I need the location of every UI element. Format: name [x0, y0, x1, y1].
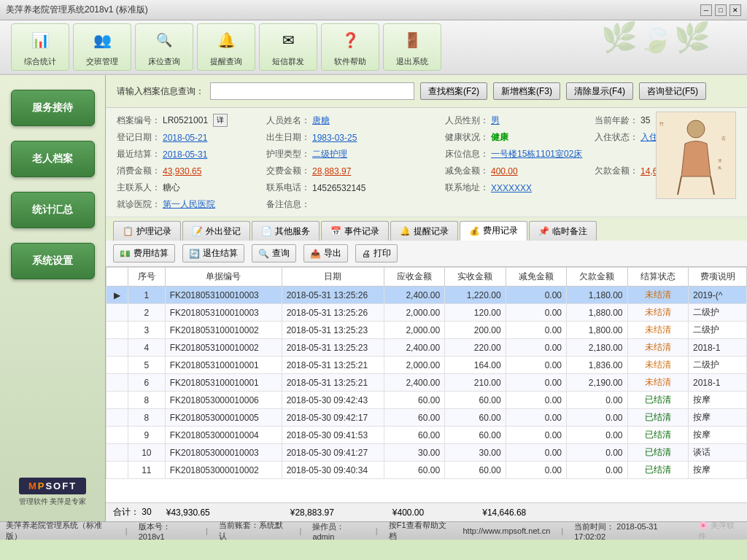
th-date: 日期 — [282, 268, 384, 287]
close-btn[interactable]: ✕ — [729, 4, 741, 16]
print-btn[interactable]: 🖨 打印 — [355, 244, 398, 262]
table-row[interactable]: 3FK20180531000100022018-05-31 13:25:232,… — [107, 322, 747, 339]
table-row[interactable]: 4FK20180531000100022018-05-31 13:25:232,… — [107, 339, 747, 357]
cell-seq: 3 — [128, 322, 166, 339]
cell-desc: 2018-1 — [689, 339, 747, 357]
cell-owed: 1,836.00 — [567, 357, 627, 374]
care-type-value[interactable]: 二级护理 — [312, 148, 347, 160]
table-row[interactable]: 8FK20180530000100062018-05-30 09:42:4360… — [107, 392, 747, 409]
cell-desc: 2019-(^ — [689, 287, 747, 304]
toolbar-exit-btn[interactable]: 🚪 退出系统 — [383, 23, 441, 71]
refund-btn[interactable]: 🔄 退住结算 — [182, 244, 244, 262]
refund-icon: 🔄 — [189, 249, 200, 259]
detail-btn[interactable]: 详 — [213, 114, 228, 127]
footer-owed: ¥14,646.68 — [482, 508, 526, 518]
tab-other[interactable]: 📄 其他服务 — [252, 221, 320, 241]
svg-text:石: 石 — [721, 136, 726, 141]
paid-value[interactable]: 28,883.97 — [312, 166, 351, 176]
status-help: 按F1查看帮助文档 — [389, 520, 452, 542]
table-row[interactable]: 5FK20180531000100012018-05-31 13:25:212,… — [107, 357, 747, 374]
cell-seq: 8 — [128, 392, 166, 409]
cell-seq: 11 — [128, 462, 166, 479]
cell-discount: 0.00 — [506, 462, 566, 479]
new-btn[interactable]: 新增档案(F3) — [493, 82, 560, 100]
table-header-row: 序号 单据编号 日期 应收金额 实收金额 减免金额 欠款金额 结算状态 费项说明 — [107, 268, 747, 287]
toolbar-help-btn[interactable]: ❓ 软件帮助 — [321, 23, 379, 71]
table-row[interactable]: 10FK20180530000100032018-05-30 09:41:273… — [107, 444, 747, 462]
toolbar-reminder-btn[interactable]: 🔔 提醒查询 — [197, 23, 255, 71]
cell-receivable: 2,400.00 — [384, 287, 444, 304]
toolbar-bed-btn[interactable]: 🔍 床位查询 — [135, 23, 193, 71]
bed-label: 床位查询 — [148, 56, 180, 67]
tab-care[interactable]: 📋 护理记录 — [113, 221, 181, 241]
tab-fee[interactable]: 💰 费用记录 — [460, 221, 527, 241]
reminder-icon: 🔔 — [213, 27, 239, 53]
cell-actual: 210.00 — [445, 374, 506, 392]
sidebar-btn-reception[interactable]: 服务接待 — [11, 90, 95, 126]
cell-discount: 0.00 — [506, 304, 566, 322]
cell-date: 2018-05-30 09:42:43 — [282, 392, 384, 409]
table-row[interactable]: ▶1FK20180531000100032018-05-31 13:25:262… — [107, 287, 747, 304]
sidebar-btn-settings[interactable]: 系统设置 — [11, 243, 95, 279]
clear-btn[interactable]: 清除显示(F4) — [566, 82, 633, 100]
minimize-btn[interactable]: ─ — [700, 4, 712, 16]
tab-note[interactable]: 📌 临时备注 — [529, 221, 597, 241]
contact-label: 主联系人： — [117, 182, 160, 194]
sidebar-btn-summary[interactable]: 统计汇总 — [11, 192, 95, 228]
cell-receivable: 2,000.00 — [384, 304, 444, 322]
table-row[interactable]: 11FK20180530000100022018-05-30 09:40:346… — [107, 462, 747, 479]
consult-btn[interactable]: 咨询登记(F5) — [639, 82, 706, 100]
tab-event[interactable]: 📅 事件记录 — [321, 221, 389, 241]
cell-owed: 2,180.00 — [567, 339, 627, 357]
query-btn[interactable]: 🔍 查询 — [252, 244, 296, 262]
table-row[interactable]: 2FK20180531000100032018-05-31 13:25:262,… — [107, 304, 747, 322]
cell-date: 2018-05-31 13:25:21 — [282, 357, 384, 374]
table-row[interactable]: 9FK20180530000100042018-05-30 09:41:5360… — [107, 427, 747, 444]
export-btn[interactable]: 📤 导出 — [303, 244, 348, 262]
tab-remind[interactable]: 🔔 提醒记录 — [390, 221, 458, 241]
toolbar-shift-btn[interactable]: 👥 交班管理 — [73, 23, 131, 71]
status-url: http://www.mpsoft.net.cn — [463, 526, 551, 535]
cell-date: 2018-05-30 09:42:17 — [282, 409, 384, 427]
hospital-value[interactable]: 第一人民医院 — [163, 198, 215, 211]
phone-item: 联系电话： 14526532145 — [266, 182, 441, 194]
cell-receivable: 30.00 — [384, 444, 444, 462]
cell-owed: 0.00 — [567, 392, 627, 409]
toolbar-sms-btn[interactable]: ✉ 短信群发 — [259, 23, 317, 71]
cell-seq: 9 — [128, 427, 166, 444]
cell-bill: FK2018053100010002 — [165, 322, 282, 339]
maximize-btn[interactable]: □ — [715, 4, 727, 16]
cell-discount: 0.00 — [506, 409, 566, 427]
th-owed: 欠款金额 — [567, 268, 627, 287]
birth-date-value[interactable]: 1983-03-25 — [312, 133, 357, 143]
name-value[interactable]: 唐糖 — [312, 114, 330, 127]
settle-btn[interactable]: 💵 费用结算 — [113, 244, 175, 262]
toolbar-stats-btn[interactable]: 📊 综合统计 — [11, 23, 69, 71]
discount-value[interactable]: 400.00 — [491, 166, 518, 176]
tab-outdoor[interactable]: 📝 外出登记 — [182, 221, 250, 241]
cell-actual: 200.00 — [445, 322, 506, 339]
cell-desc: 二级护 — [689, 304, 747, 322]
table-row[interactable]: 8FK20180530000100052018-05-30 09:42:1760… — [107, 409, 747, 427]
tab-fee-label: 费用记录 — [483, 225, 518, 237]
row-arrow — [107, 339, 128, 357]
find-btn[interactable]: 查找档案(F2) — [420, 82, 487, 100]
sidebar-btn-archive[interactable]: 老人档案 — [11, 141, 95, 177]
tab-event-icon: 📅 — [330, 226, 341, 236]
search-input[interactable] — [210, 82, 414, 100]
bed-value[interactable]: 一号楼15栋1101室02床 — [491, 148, 582, 160]
cell-date: 2018-05-31 13:25:23 — [282, 339, 384, 357]
cell-actual: 60.00 — [445, 427, 506, 444]
hospital-label: 就诊医院： — [117, 198, 160, 211]
bed-icon: 🔍 — [151, 27, 177, 53]
fee-table-container[interactable]: 序号 单据编号 日期 应收金额 实收金额 减免金额 欠款金额 结算状态 费项说明… — [106, 267, 747, 502]
window-controls[interactable]: ─ □ ✕ — [700, 4, 741, 16]
contact-item: 主联系人： 糖心 — [117, 182, 263, 194]
sms-label: 短信群发 — [272, 56, 304, 67]
consume-value[interactable]: 43,930.65 — [163, 166, 201, 176]
addr-value[interactable]: XXXXXXX — [491, 183, 532, 193]
reg-date-value[interactable]: 2018-05-21 — [163, 133, 207, 143]
last-settle-value[interactable]: 2018-05-31 — [163, 149, 207, 160]
table-row[interactable]: 6FK20180531000100012018-05-31 13:25:212,… — [107, 374, 747, 392]
sub-toolbar: 💵 费用结算 🔄 退住结算 🔍 查询 📤 导出 🖨 打印 — [106, 241, 747, 267]
